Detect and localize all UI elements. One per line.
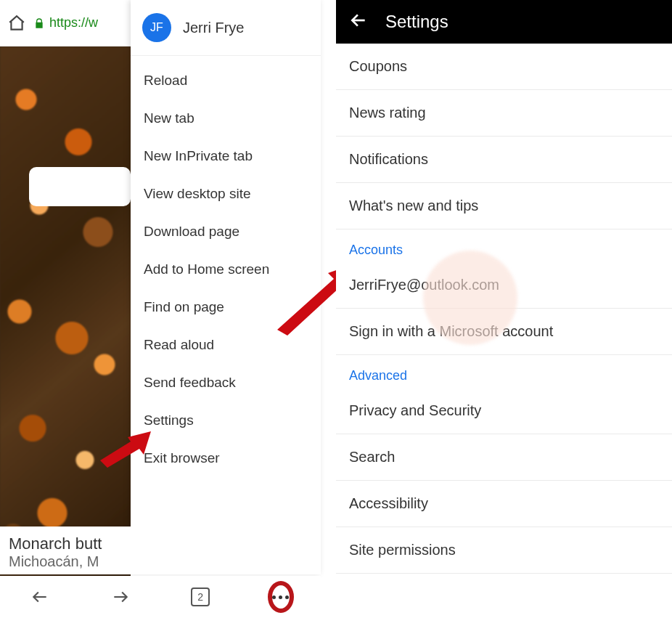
menu-item-reload[interactable]: Reload <box>131 62 321 99</box>
menu-item-add-home-screen[interactable]: Add to Home screen <box>131 251 321 288</box>
menu-item-exit-browser[interactable]: Exit browser <box>131 439 321 477</box>
caption-subtitle: Michoacán, M <box>9 553 312 570</box>
menu-item-new-tab[interactable]: New tab <box>131 99 321 137</box>
settings-header: Settings <box>336 0 672 44</box>
overflow-menu: JF Jerri Frye Reload New tab New InPriva… <box>131 0 321 574</box>
settings-item-search[interactable]: Search <box>336 434 672 481</box>
lock-icon <box>33 17 45 29</box>
bottom-nav: 2 <box>0 576 321 618</box>
settings-item-news-rating[interactable]: News rating <box>336 90 672 137</box>
menu-item-new-inprivate-tab[interactable]: New InPrivate tab <box>131 137 321 175</box>
nav-back-icon[interactable] <box>27 584 53 610</box>
caption-title: Monarch butt <box>9 534 312 554</box>
more-button[interactable] <box>268 584 294 610</box>
menu-item-download-page[interactable]: Download page <box>131 213 321 251</box>
settings-item-whats-new[interactable]: What's new and tips <box>336 183 672 229</box>
menu-item-read-aloud[interactable]: Read aloud <box>131 326 321 364</box>
touch-highlight <box>423 251 517 345</box>
menu-list: Reload New tab New InPrivate tab View de… <box>131 56 321 483</box>
page-search-bar[interactable] <box>29 167 131 206</box>
tabs-button[interactable]: 2 <box>187 584 213 610</box>
ellipsis-icon <box>272 595 289 599</box>
settings-item-privacy-security[interactable]: Privacy and Security <box>336 388 672 434</box>
section-advanced: Advanced <box>336 355 672 388</box>
menu-item-find-on-page[interactable]: Find on page <box>131 288 321 326</box>
settings-item-coupons[interactable]: Coupons <box>336 44 672 90</box>
settings-screenshot-right: Settings Coupons News rating Notificatio… <box>336 0 672 618</box>
menu-item-view-desktop-site[interactable]: View desktop site <box>131 175 321 213</box>
url-display[interactable]: https://w <box>33 15 98 31</box>
back-icon[interactable] <box>349 11 368 33</box>
settings-item-notifications[interactable]: Notifications <box>336 137 672 183</box>
menu-item-settings[interactable]: Settings <box>131 402 321 439</box>
settings-title: Settings <box>385 12 448 32</box>
page-background-photo <box>0 46 131 577</box>
more-dots-highlight <box>268 581 294 613</box>
menu-user-row[interactable]: JF Jerri Frye <box>131 0 321 56</box>
avatar: JF <box>142 13 171 42</box>
tab-count-badge: 2 <box>191 587 210 606</box>
menu-item-send-feedback[interactable]: Send feedback <box>131 364 321 402</box>
nav-forward-icon[interactable] <box>107 584 134 610</box>
butterflies-texture <box>0 46 131 577</box>
news-caption: Monarch butt Michoacán, M <box>0 526 321 575</box>
url-text: https://w <box>49 15 98 31</box>
settings-item-site-permissions[interactable]: Site permissions <box>336 527 672 574</box>
home-icon[interactable] <box>7 14 26 33</box>
browser-screenshot-left: https://w JF Jerri Frye Reload New tab N… <box>0 0 321 618</box>
section-accounts: Accounts <box>336 229 672 262</box>
settings-item-accessibility[interactable]: Accessibility <box>336 481 672 527</box>
user-name: Jerri Frye <box>183 20 244 36</box>
